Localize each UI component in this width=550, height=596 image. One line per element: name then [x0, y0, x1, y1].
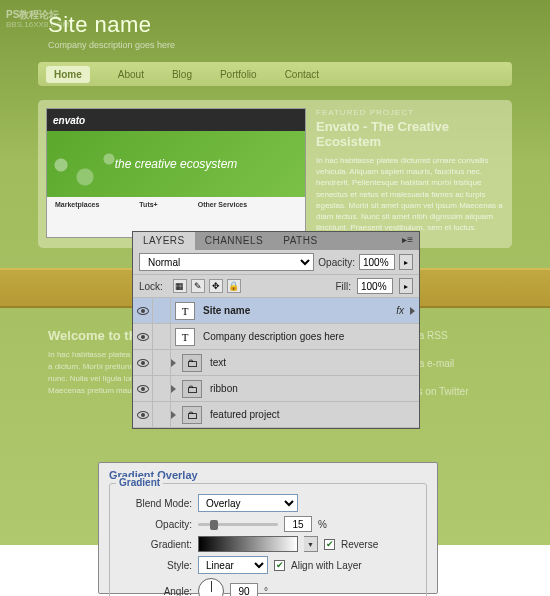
folder-icon: 🗀: [182, 380, 202, 398]
page-title: Site name: [48, 12, 175, 38]
reverse-label: Reverse: [341, 539, 378, 550]
angle-label: Angle:: [120, 586, 192, 597]
folder-expand-icon[interactable]: [171, 411, 176, 419]
project-title: Envato - The Creative Ecosistem: [316, 119, 504, 149]
layer-name: text: [210, 357, 226, 368]
opacity-input[interactable]: [284, 516, 312, 532]
layer-name: Company description goes here: [203, 331, 344, 342]
project-description: In hac habitasse platea dictumst ornare …: [316, 155, 504, 233]
layer-row[interactable]: T Company description goes here: [133, 324, 419, 350]
project-label: FEATURED PROJECT: [316, 108, 504, 117]
fill-input[interactable]: [357, 278, 393, 294]
layer-row[interactable]: 🗀 text: [133, 350, 419, 376]
project-thumbnail: envato the creative ecosystem Marketplac…: [46, 108, 306, 238]
opacity-label: Opacity:: [318, 257, 355, 268]
panel-menu-icon[interactable]: ▸≡: [396, 232, 419, 250]
reverse-checkbox[interactable]: ✔: [324, 539, 335, 550]
nav-contact[interactable]: Contact: [285, 69, 319, 80]
gradient-label: Gradient:: [120, 539, 192, 550]
layer-name: featured project: [210, 409, 280, 420]
thumb-col-1: Marketplaces: [55, 201, 99, 208]
layer-name: ribbon: [210, 383, 238, 394]
gradient-overlay-dialog: Gradient Overlay Gradient Blend Mode: Ov…: [98, 462, 438, 594]
folder-expand-icon[interactable]: [171, 359, 176, 367]
tab-layers[interactable]: LAYERS: [133, 232, 195, 250]
blend-mode-label: Blend Mode:: [120, 498, 192, 509]
visibility-icon[interactable]: [137, 359, 149, 367]
layer-row[interactable]: T Site name fx: [133, 298, 419, 324]
align-checkbox[interactable]: ✔: [274, 560, 285, 571]
nav-blog[interactable]: Blog: [172, 69, 192, 80]
thumb-tagline: the creative ecosystem: [115, 157, 238, 171]
blend-mode-select[interactable]: Overlay: [198, 494, 298, 512]
gradient-preview[interactable]: [198, 536, 298, 552]
lock-position-icon[interactable]: ✥: [209, 279, 223, 293]
lock-pixels-icon[interactable]: ✎: [191, 279, 205, 293]
thumb-col-2: Tuts+: [139, 201, 157, 208]
visibility-icon[interactable]: [137, 333, 149, 341]
fill-flyout-icon[interactable]: ▸: [399, 278, 413, 294]
align-label: Align with Layer: [291, 560, 362, 571]
style-select[interactable]: Linear: [198, 556, 268, 574]
degree-label: °: [264, 586, 268, 597]
visibility-icon[interactable]: [137, 385, 149, 393]
folder-icon: 🗀: [182, 406, 202, 424]
visibility-icon[interactable]: [137, 307, 149, 315]
text-layer-icon: T: [175, 302, 195, 320]
style-label: Style:: [120, 560, 192, 571]
lock-label: Lock:: [139, 281, 163, 292]
thumb-col-3: Other Services: [198, 201, 247, 208]
main-nav: Home About Blog Portfolio Contact: [38, 62, 512, 86]
project-info: FEATURED PROJECT Envato - The Creative E…: [316, 108, 504, 240]
featured-project-card: envato the creative ecosystem Marketplac…: [38, 100, 512, 248]
layer-row[interactable]: 🗀 ribbon: [133, 376, 419, 402]
gradient-picker-icon[interactable]: ▼: [304, 536, 318, 552]
tab-paths[interactable]: PATHS: [273, 232, 327, 250]
blend-mode-select[interactable]: Normal: [139, 253, 314, 271]
angle-input[interactable]: [230, 583, 258, 596]
nav-portfolio[interactable]: Portfolio: [220, 69, 257, 80]
site-header: Site name Company description goes here: [48, 12, 175, 50]
opacity-flyout-icon[interactable]: ▸: [399, 254, 413, 270]
tab-channels[interactable]: CHANNELS: [195, 232, 273, 250]
visibility-icon[interactable]: [137, 411, 149, 419]
page-subtitle: Company description goes here: [48, 40, 175, 50]
fx-badge[interactable]: fx: [396, 305, 404, 316]
lock-transparency-icon[interactable]: ▦: [173, 279, 187, 293]
text-layer-icon: T: [175, 328, 195, 346]
nav-home[interactable]: Home: [46, 66, 90, 83]
folder-expand-icon[interactable]: [171, 385, 176, 393]
folder-icon: 🗀: [182, 354, 202, 372]
percent-label: %: [318, 519, 327, 530]
fill-label: Fill:: [335, 281, 351, 292]
layer-name: Site name: [203, 305, 250, 316]
nav-about[interactable]: About: [118, 69, 144, 80]
opacity-input[interactable]: [359, 254, 395, 270]
lock-all-icon[interactable]: 🔒: [227, 279, 241, 293]
layers-panel: LAYERS CHANNELS PATHS ▸≡ Normal Opacity:…: [132, 231, 420, 429]
layer-row[interactable]: 🗀 featured project: [133, 402, 419, 428]
panel-tabs: LAYERS CHANNELS PATHS ▸≡: [133, 232, 419, 250]
fieldset-legend: Gradient: [116, 477, 163, 488]
angle-dial[interactable]: [198, 578, 224, 596]
fx-expand-icon[interactable]: [410, 307, 415, 315]
opacity-slider[interactable]: [198, 523, 278, 526]
thumb-logo: envato: [53, 115, 85, 126]
slider-thumb[interactable]: [210, 520, 218, 530]
opacity-label: Opacity:: [120, 519, 192, 530]
layer-list: T Site name fx T Company description goe…: [133, 298, 419, 428]
